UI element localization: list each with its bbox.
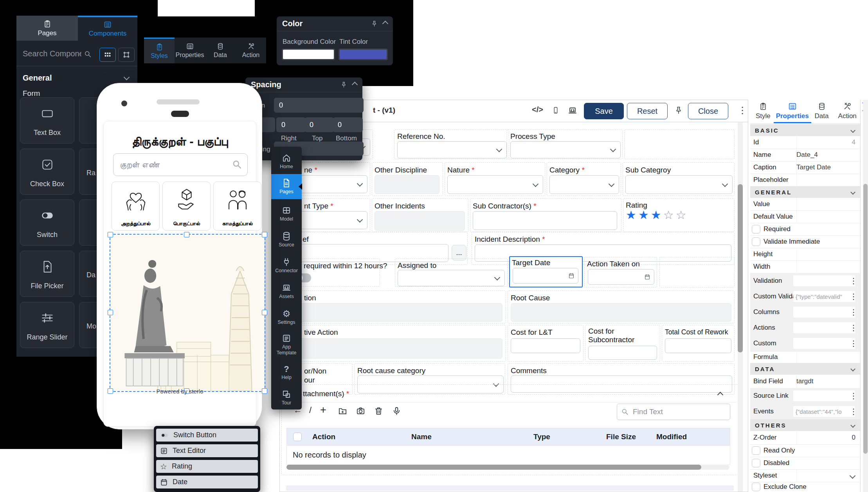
sidebar-item-home[interactable]: Home xyxy=(271,149,302,174)
source-link-input[interactable] xyxy=(793,390,855,401)
form-cell[interactable]: Assigned to xyxy=(395,259,508,287)
column-header[interactable]: File Size xyxy=(606,433,636,441)
textbox-field[interactable] xyxy=(588,346,657,360)
tab-properties[interactable]: Properties xyxy=(175,38,205,63)
dropdown-field[interactable] xyxy=(397,141,507,158)
sidebar-item-connector[interactable]: Connector xyxy=(271,253,302,278)
dropdown-field[interactable] xyxy=(625,175,733,194)
component-tile-switch[interactable]: Switch xyxy=(20,199,74,246)
prop-row-value[interactable]: Value xyxy=(750,198,860,211)
tab-action[interactable]: Action xyxy=(834,100,860,122)
card-kamam[interactable]: காமத்துப்பால் xyxy=(213,181,261,231)
card-porul[interactable]: பொருட்பால் xyxy=(162,181,211,231)
hscroll-track[interactable] xyxy=(286,465,729,470)
resize-handle[interactable] xyxy=(184,232,189,237)
reset-button[interactable]: Reset xyxy=(627,103,668,119)
form-cell[interactable]: Rating ★★★☆☆ xyxy=(623,198,735,232)
required-checkbox[interactable] xyxy=(752,225,760,233)
camera-icon[interactable] xyxy=(356,406,365,415)
tab-properties[interactable]: Properties xyxy=(776,100,809,122)
find-text-input[interactable] xyxy=(632,406,724,418)
resize-handle[interactable] xyxy=(262,232,267,237)
sidebar-item-app-template[interactable]: App Template xyxy=(271,330,302,359)
list-item-rating[interactable]: ☆Rating xyxy=(156,460,258,473)
kebab-icon[interactable]: ⋮ xyxy=(850,324,857,332)
validate-immediate-checkbox[interactable] xyxy=(752,237,760,246)
form-cell[interactable]: tive Action xyxy=(281,325,506,362)
section-general[interactable]: GENERAL xyxy=(750,186,860,198)
form-cell[interactable]: Action Taken on xyxy=(584,257,657,287)
hscroll-thumb[interactable] xyxy=(286,465,701,470)
vscroll-thumb[interactable] xyxy=(738,184,743,352)
form-cell[interactable]: Root Cause xyxy=(508,291,735,323)
column-header[interactable]: Type xyxy=(533,433,550,441)
dropdown-field[interactable] xyxy=(549,175,619,194)
kural-search-box[interactable] xyxy=(113,153,248,176)
custom-validate-input[interactable]: {"type":"datevalid" xyxy=(793,291,855,302)
star-filled-icon[interactable]: ★ xyxy=(626,208,638,221)
resize-handle[interactable] xyxy=(262,388,267,394)
pin-icon[interactable] xyxy=(674,106,683,115)
kebab-icon[interactable]: ⋮ xyxy=(850,339,857,347)
dropdown-field[interactable] xyxy=(447,175,543,194)
form-cell[interactable]: Category xyxy=(547,162,621,196)
delete-icon[interactable] xyxy=(374,406,383,415)
kebab-icon[interactable]: ⋮ xyxy=(850,392,857,400)
textbox-field[interactable] xyxy=(285,338,502,359)
sidebar-item-model[interactable]: Model xyxy=(271,201,302,226)
kebab-icon[interactable]: ⋮ xyxy=(850,408,857,415)
textbox-field[interactable] xyxy=(473,211,617,230)
form-cell[interactable]: Sub Categroy xyxy=(623,162,735,196)
form-cell[interactable]: Reference No. xyxy=(394,129,509,159)
tab-style[interactable]: Style xyxy=(750,100,776,122)
date-field[interactable] xyxy=(588,269,654,285)
prop-row-caption[interactable]: CaptionTarget Date xyxy=(750,161,860,174)
star-empty-icon[interactable]: ☆ xyxy=(676,208,688,221)
add-icon[interactable]: + xyxy=(320,404,326,416)
laptop-preview-icon[interactable] xyxy=(567,106,578,115)
attachments-section[interactable]: ttachment(s) ← / + Action Name Type File… xyxy=(281,384,738,475)
date-field[interactable] xyxy=(513,268,578,284)
collapse-icon[interactable] xyxy=(352,82,358,88)
component-tile-textbox[interactable]: Text Box xyxy=(20,97,74,144)
prop-row-bind-field[interactable]: Bind Fieldtargdt xyxy=(750,375,860,388)
select-all-checkbox[interactable] xyxy=(293,433,302,441)
collapse-icon[interactable] xyxy=(382,21,389,27)
form-cell[interactable]: Other Discipline xyxy=(372,162,443,196)
section-data[interactable]: DATA xyxy=(750,363,860,375)
columns-input[interactable] xyxy=(793,307,855,318)
pin-icon[interactable] xyxy=(371,20,378,27)
form-cell[interactable]: Sub Contractor(s) xyxy=(470,198,621,232)
custom-input[interactable] xyxy=(793,338,855,349)
form-cell-selected[interactable]: Target Date xyxy=(509,256,583,287)
component-tile-checkbox[interactable]: Check Box xyxy=(20,149,74,195)
sidebar-item-help[interactable]: ?Help xyxy=(271,360,302,385)
kebab-icon[interactable]: ⋮ xyxy=(850,277,857,285)
column-header[interactable]: Action xyxy=(312,433,335,441)
column-header[interactable]: Name xyxy=(411,433,432,441)
vscroll-track[interactable] xyxy=(738,122,743,492)
prop-row-width[interactable]: Width xyxy=(750,260,860,273)
sidebar-item-settings[interactable]: ⚙Settings xyxy=(271,305,302,330)
tab-data[interactable]: Data xyxy=(205,38,236,63)
slash-icon[interactable]: / xyxy=(309,405,312,415)
section-others[interactable]: OTHERS xyxy=(750,419,860,431)
disabled-checkbox[interactable] xyxy=(752,459,760,467)
rating-stars[interactable]: ★★★☆☆ xyxy=(626,208,688,222)
kebab-menu-icon[interactable]: ⋮ xyxy=(738,105,747,116)
search-icon[interactable] xyxy=(84,50,92,58)
close-button[interactable]: Close xyxy=(688,103,728,119)
sidebar-item-pages[interactable]: Pages xyxy=(271,174,302,199)
form-cell[interactable]: Cost for Subcontractor xyxy=(585,325,660,362)
kebab-icon[interactable]: ⋮ xyxy=(850,308,857,316)
panel-scroll-track[interactable] xyxy=(863,100,868,492)
section-basic[interactable]: BASIC xyxy=(750,124,860,136)
textbox-field[interactable] xyxy=(511,303,731,322)
tint-color-swatch[interactable] xyxy=(339,48,388,60)
component-tile-filepicker[interactable]: File Picker xyxy=(20,251,74,297)
grid-view-button[interactable] xyxy=(99,48,116,62)
background-color-swatch[interactable] xyxy=(282,48,335,60)
tab-pages[interactable]: Pages xyxy=(16,16,78,41)
textbox-field[interactable] xyxy=(511,338,580,353)
add-folder-icon[interactable] xyxy=(338,406,347,415)
